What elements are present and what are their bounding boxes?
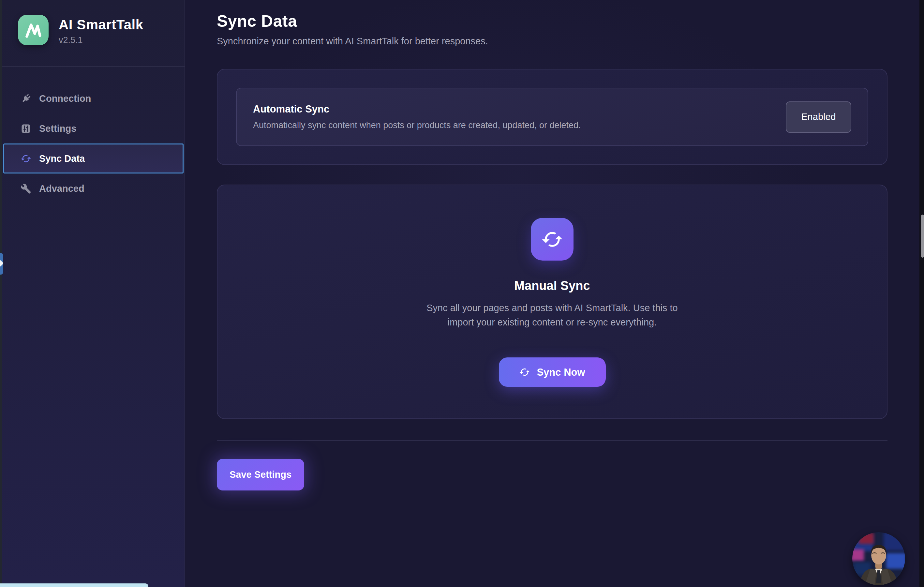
main-content: Sync Data Synchronize your content with … (185, 0, 924, 587)
manual-sync-description: Sync all your pages and posts with AI Sm… (420, 301, 684, 329)
automatic-sync-row: Automatic Sync Automatically sync conten… (236, 88, 868, 146)
sidebar-item-advanced[interactable]: Advanced (0, 174, 185, 203)
sidebar-item-label: Connection (39, 93, 91, 104)
app-version: v2.5.1 (59, 35, 144, 45)
automatic-sync-text: Automatic Sync Automatically sync conten… (253, 103, 581, 131)
collapsed-widget-tab[interactable] (0, 253, 3, 274)
scrollbar-track (919, 0, 924, 587)
page-title: Sync Data (217, 12, 888, 31)
page-subtitle: Synchronize your content with AI SmartTa… (217, 36, 888, 46)
automatic-sync-title: Automatic Sync (253, 103, 581, 115)
plug-icon (21, 93, 31, 104)
sliders-icon (21, 123, 31, 134)
footer-divider (217, 440, 888, 441)
sync-now-label: Sync Now (537, 367, 585, 377)
sidebar-item-settings[interactable]: Settings (0, 114, 185, 144)
sidebar-item-sync-data[interactable]: Sync Data (3, 144, 183, 174)
sidebar-item-connection[interactable]: Connection (0, 83, 185, 114)
wrench-icon (21, 183, 31, 194)
sync-icon (519, 367, 530, 378)
manual-sync-card: Manual Sync Sync all your pages and post… (217, 185, 888, 419)
window-left-edge (0, 0, 2, 587)
sync-now-button[interactable]: Sync Now (499, 357, 606, 387)
person-silhouette (852, 532, 905, 585)
user-avatar[interactable] (852, 532, 905, 585)
sidebar-item-label: Advanced (39, 183, 84, 194)
sidebar-item-label: Settings (39, 123, 76, 134)
scrollbar-thumb[interactable] (921, 215, 924, 258)
app-name: AI SmartTalk (59, 17, 144, 33)
automatic-sync-description: Automatically sync content when posts or… (253, 120, 581, 131)
save-settings-button[interactable]: Save Settings (217, 459, 304, 491)
manual-sync-title: Manual Sync (514, 279, 590, 293)
sync-icon (531, 218, 574, 261)
sync-icon (21, 153, 31, 164)
brand-header: AI SmartTalk v2.5.1 (0, 0, 185, 67)
sidebar-item-label: Sync Data (39, 153, 85, 164)
sidebar: AI SmartTalk v2.5.1 Connection (0, 0, 185, 587)
automatic-sync-toggle-button[interactable]: Enabled (786, 101, 851, 133)
automatic-sync-card: Automatic Sync Automatically sync conten… (217, 69, 888, 165)
toast-notification-peek (0, 584, 148, 587)
app-logo-icon (18, 15, 49, 45)
app-window: AI SmartTalk v2.5.1 Connection (0, 0, 924, 587)
sidebar-nav: Connection Settings (0, 67, 185, 203)
